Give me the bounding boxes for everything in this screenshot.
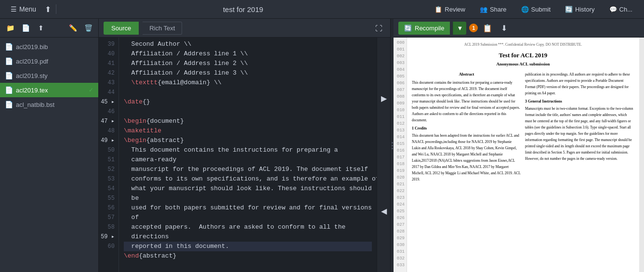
file-list: 📄 acl2019.bib 📄 acl2019.pdf 📄 acl2019.st… <box>0 38 98 272</box>
fullscreen-button[interactable]: ⛶ <box>372 21 385 35</box>
file-name-tex: acl2019.tex <box>16 87 86 94</box>
menu-icon: ☰ <box>11 5 17 13</box>
code-line-40: Affiliation / Address line 1 \\ <box>124 49 372 59</box>
new-file-button[interactable]: 📄 <box>19 22 32 34</box>
code-line-54b: of <box>124 213 372 222</box>
line-num-43: 43 <box>99 78 118 88</box>
main-content: 📁 📄 ⬆ ✏️ 🗑️ 📄 acl2019.bib 📄 acl2019.pdf … <box>0 19 644 272</box>
submit-button[interactable]: 🌐 Submit <box>514 3 557 15</box>
preview-lnum-015: 015 <box>394 141 407 147</box>
code-line-55b: directions <box>124 232 372 242</box>
file-item-sty[interactable]: 📄 acl2019.sty <box>0 68 98 83</box>
preview-toolbar: 🔄 Recompile ▼ 1 📋 ⬇ <box>394 19 644 38</box>
preview-tool-log[interactable]: 📋 <box>481 21 494 35</box>
recompile-label: Recompile <box>415 25 444 32</box>
code-line-41: Affiliation / Address line 2 \\ <box>124 59 372 68</box>
recompile-button[interactable]: 🔄 Recompile <box>398 22 450 35</box>
preview-lnum-032: 032 <box>394 255 407 262</box>
line-num-57: 57 <box>99 213 118 222</box>
preview-line-numbers: 000 001 002 003 004 005 006 007 008 009 … <box>394 38 407 272</box>
review-label: Review <box>445 6 465 13</box>
line-num-50: 50 <box>99 145 118 155</box>
editor-body: 39 40 41 42 43 44 45 ▸ 46 47 ▸ 48 49 ▸ 5… <box>99 38 390 272</box>
source-tab[interactable]: Source <box>104 22 139 35</box>
line-num-49: 49 ▸ <box>99 136 118 145</box>
recompile-dropdown[interactable]: ▼ <box>453 22 466 35</box>
code-line-53: what your manuscript should look like. T… <box>124 184 372 194</box>
command-maketitle: \maketitle <box>124 127 161 134</box>
file-name-sty: acl2019.sty <box>16 72 93 79</box>
preview-tool-download[interactable]: ⬇ <box>497 21 511 35</box>
file-item-bst[interactable]: 📄 acl_natbib.bst <box>0 97 98 112</box>
share-icon: 👥 <box>480 6 487 13</box>
code-line-53b: be <box>124 194 372 203</box>
editor-nav-column: ▶ ◀ <box>377 38 390 272</box>
code-line-50b: camera-ready <box>124 155 372 165</box>
new-folder-button[interactable]: 📁 <box>4 22 16 34</box>
command-end-abstract: \end <box>124 252 139 259</box>
editor-nav-right[interactable]: ▶ <box>378 93 390 104</box>
editor-nav-left[interactable]: ◀ <box>378 205 390 217</box>
menu-button[interactable]: ☰ Menu <box>5 5 42 13</box>
chat-label: Ch... <box>619 6 632 13</box>
preview-scrollbar[interactable] <box>639 38 644 272</box>
code-line-42: Affiliation / Address line 3 \\ <box>124 68 372 78</box>
preview-lnum-000: 000 <box>394 39 407 46</box>
share-button[interactable]: 👥 Share <box>473 3 513 15</box>
code-line-47: \begin{document} <box>124 117 372 126</box>
review-icon: 📋 <box>434 6 442 13</box>
code-line-48: \maketitle <box>124 126 372 136</box>
line-num-56: 56 <box>99 203 118 213</box>
preview-body: 000 001 002 003 004 005 006 007 008 009 … <box>394 38 644 272</box>
code-line-50: This document contains the instructions … <box>124 145 372 155</box>
history-button[interactable]: 🔄 History <box>558 3 601 15</box>
line-num-44: 44 <box>99 88 118 97</box>
preview-lnum-026: 026 <box>394 215 407 221</box>
preview-lnum-019: 019 <box>394 168 407 174</box>
line-num-52: 52 <box>99 165 118 174</box>
preview-lnum-031: 031 <box>394 248 407 255</box>
code-line-52: conforms to its own specifications, and … <box>124 174 372 184</box>
code-line-44 <box>124 88 372 97</box>
preview-lnum-013: 013 <box>394 127 407 134</box>
delete-button[interactable]: 🗑️ <box>82 22 94 34</box>
code-line-45: \date{} <box>124 97 372 107</box>
richtext-tab[interactable]: Rich Text <box>143 22 182 35</box>
code-editor[interactable]: Second Author \\ Affiliation / Address l… <box>119 38 377 272</box>
preview-lnum-030: 030 <box>394 242 407 248</box>
preview-lnum-028: 028 <box>394 228 407 235</box>
code-line-43: \texttt{email@domain} \\ <box>124 78 372 88</box>
command-date: \date <box>124 98 143 105</box>
file-item-bib[interactable]: 📄 acl2019.bib <box>0 39 98 54</box>
code-line-51: manuscript for the proceedings of ACL 20… <box>124 165 372 174</box>
preview-lnum-005: 005 <box>394 73 407 80</box>
line-num-59: 59 ▸ <box>99 232 118 242</box>
line-num-48: 48 <box>99 126 118 136</box>
chat-icon: 💬 <box>609 6 617 13</box>
preview-document: ACL 2019 Submission ***. Confidential Re… <box>407 38 639 272</box>
nav-actions: 📋 Review 👥 Share 🌐 Submit 🔄 History 💬 Ch… <box>428 3 639 15</box>
upload-icon[interactable]: ⬆ <box>42 5 54 14</box>
line-num-55: 55 <box>99 194 118 203</box>
submit-icon: 🌐 <box>521 6 529 13</box>
preview-lnum-025: 025 <box>394 208 407 215</box>
line-num-41: 41 <box>99 59 118 68</box>
line-num-42: 42 <box>99 68 118 78</box>
preview-lnum-011: 011 <box>394 114 407 120</box>
chat-button[interactable]: 💬 Ch... <box>603 3 639 15</box>
preview-lnum-021: 021 <box>394 181 407 188</box>
file-item-pdf[interactable]: 📄 acl2019.pdf <box>0 54 98 68</box>
preview-abstract-title: Abstract <box>412 71 521 78</box>
preview-doc-subtitle: Anonymous ACL submission <box>412 61 634 67</box>
preview-lnum-033: 033 <box>394 262 407 269</box>
upload-file-button[interactable]: ⬆ <box>35 22 47 34</box>
file-item-tex[interactable]: 📄 acl2019.tex ✓ <box>0 83 98 97</box>
preview-lnum-023: 023 <box>394 194 407 201</box>
submit-label: Submit <box>531 6 551 13</box>
edit-button[interactable]: ✏️ <box>66 22 79 34</box>
share-label: Share <box>490 6 507 13</box>
sidebar-toolbar: 📁 📄 ⬆ ✏️ 🗑️ <box>0 19 98 38</box>
preview-lnum-003: 003 <box>394 60 407 66</box>
drag-dot-1 <box>392 142 393 143</box>
review-button[interactable]: 📋 Review <box>428 3 472 15</box>
